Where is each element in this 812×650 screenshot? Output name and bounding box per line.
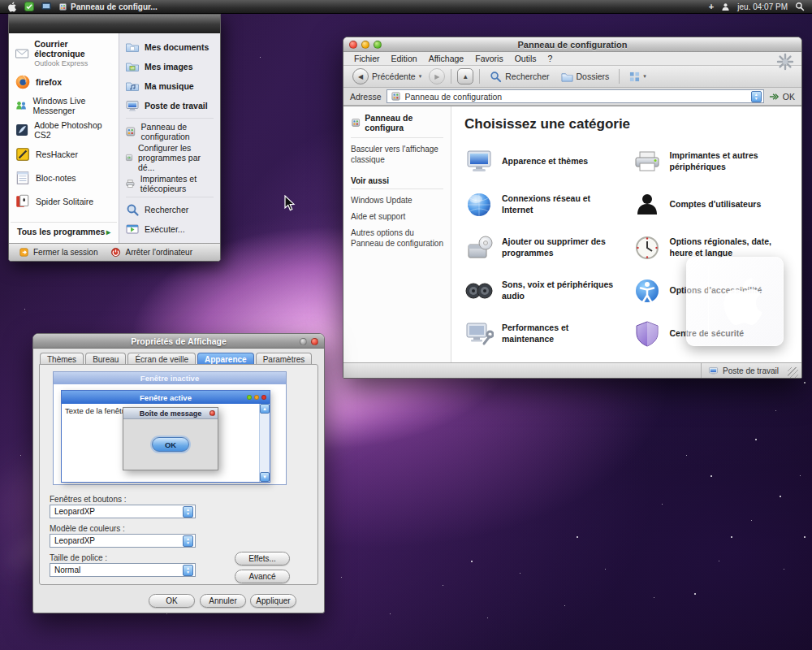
run-icon [125, 222, 140, 236]
power-icon [110, 247, 121, 258]
category-appearance-themes[interactable]: Apparence et thèmes [464, 145, 621, 178]
category-add-remove-programs[interactable]: Ajouter ou supprimer des programmes [464, 232, 621, 264]
category-label: Apparence et thèmes [502, 156, 588, 167]
start-item-reshacker[interactable]: ResHacker [11, 142, 117, 166]
windows-buttons-label: Fenêtres et boutons : [50, 495, 127, 504]
advanced-button[interactable]: Avancé [235, 570, 290, 583]
start-item-my-pictures[interactable]: Mes images [121, 57, 218, 76]
preview-active-title: Fenêtre active [140, 393, 192, 402]
address-dropdown-stepper[interactable]: ▲ ▼ [751, 91, 762, 102]
start-item-my-documents[interactable]: Mes documents [121, 37, 218, 57]
cancel-button[interactable]: Annuler [200, 594, 246, 608]
all-programs-button[interactable]: Tous les programmes ▸ [11, 222, 117, 241]
address-combo[interactable]: Panneau de configuration ▲ ▼ [387, 89, 764, 103]
effects-button[interactable]: Effets... [235, 552, 290, 566]
app-monitor-icon[interactable] [41, 2, 51, 11]
add-menu-extra[interactable]: + [709, 2, 714, 11]
log-off-button[interactable]: Fermer la session [19, 247, 97, 258]
start-item-notepad[interactable]: Bloc-notes [11, 166, 117, 189]
sidebar-header: Panneau de configura [351, 113, 443, 138]
start-item-label: ResHacker [36, 150, 78, 159]
start-item-messenger[interactable]: Windows Live Messenger [11, 93, 117, 118]
start-item-label: Mes images [145, 62, 193, 72]
apple-menu-icon[interactable] [7, 2, 17, 12]
spotlight-search-icon[interactable] [795, 2, 805, 11]
dialog-titlebar[interactable]: Propriétés de Affichage [33, 334, 324, 349]
category-printers-hardware[interactable]: Imprimantes et autres périphériques [633, 145, 789, 178]
throbber-gear-icon [775, 52, 795, 72]
views-button[interactable]: ▾ [625, 70, 650, 84]
color-scheme-label: Modèle de couleurs : [50, 524, 125, 533]
start-item-my-music[interactable]: Ma musique [121, 76, 218, 96]
firefox-icon [15, 74, 31, 90]
app-green-icon[interactable] [24, 2, 34, 11]
font-size-select[interactable]: Normal ▲▼ [50, 563, 196, 577]
menu-outils[interactable]: Outils [509, 54, 542, 63]
start-item-mail[interactable]: Courrier électronique Outlook Express [11, 37, 117, 70]
ok-button[interactable]: OK [149, 594, 195, 608]
regional-clock-icon [633, 233, 662, 262]
combo-stepper[interactable]: ▲▼ [183, 565, 193, 576]
scroll-up-icon: ▲ [260, 404, 270, 414]
other-options-link[interactable]: Autres options du Panneau de configurati… [351, 228, 443, 249]
start-item-control-panel[interactable]: Panneau de configuration [121, 121, 218, 143]
user-icon[interactable] [721, 2, 730, 11]
help-button[interactable] [300, 338, 307, 345]
category-sounds-audio[interactable]: Sons, voix et périphériques audio [464, 275, 621, 307]
status-bar: Poste de travail [343, 362, 801, 378]
start-item-spider-solitaire[interactable]: Spider Solitaire [11, 189, 117, 213]
combo-stepper[interactable]: ▲▼ [183, 535, 193, 547]
forward-button[interactable]: ▶ [429, 68, 445, 84]
minimize-button[interactable] [361, 41, 369, 49]
switch-classic-view-link[interactable]: Basculer vers l'affichage classique [351, 144, 443, 165]
menu-row: Fichier Edition Affichage Favoris Outils… [343, 52, 801, 66]
category-network-internet[interactable]: Connexions réseau et Internet [464, 188, 621, 221]
category-label: Connexions réseau et Internet [502, 193, 621, 215]
windows-buttons-select[interactable]: LeopardXP ▲▼ [50, 505, 196, 518]
zoom-button[interactable] [374, 41, 382, 49]
start-item-firefox[interactable]: firefox [11, 70, 117, 93]
menu-bar-clock[interactable]: jeu. 04:07 PM [737, 2, 788, 11]
search-button[interactable]: Rechercher [486, 69, 553, 84]
start-item-printers-faxes[interactable]: Imprimantes et télécopieurs [121, 173, 218, 195]
start-item-my-computer[interactable]: Poste de travail [121, 96, 218, 115]
combo-stepper[interactable]: ▲▼ [183, 506, 193, 518]
category-label: Sons, voix et périphériques audio [502, 280, 621, 301]
address-bar: Adresse Panneau de configuration ▲ ▼ OK [343, 88, 801, 106]
back-button[interactable]: ◀ Précédente ▾ [348, 67, 425, 86]
shut-down-button[interactable]: Arrêter l'ordinateur [110, 247, 192, 258]
windows-update-link[interactable]: Windows Update [351, 195, 443, 206]
category-label: Ajouter ou supprimer des programmes [502, 236, 621, 258]
preview-close-light [261, 395, 266, 400]
category-user-accounts[interactable]: Comptes d'utilisateurs [633, 188, 789, 221]
start-item-set-program-defaults[interactable]: Configurer les programmes par dé... [121, 143, 218, 173]
printer-icon [125, 176, 136, 191]
close-button[interactable] [311, 338, 318, 345]
menu-favoris[interactable]: Favoris [469, 54, 508, 63]
menu-fichier[interactable]: Fichier [348, 54, 386, 63]
close-button[interactable] [349, 41, 357, 49]
menu-edition[interactable]: Edition [386, 54, 423, 63]
menu-help[interactable]: ? [542, 54, 559, 63]
window-titlebar[interactable]: Panneau de configuration [343, 37, 801, 52]
see-also-header: Voir aussi [351, 176, 443, 189]
go-button[interactable]: OK [769, 92, 795, 102]
active-app-menu[interactable]: Panneau de configur... [58, 2, 158, 11]
menu-affichage[interactable]: Affichage [423, 54, 470, 63]
resize-grip[interactable] [788, 367, 798, 378]
folders-button[interactable]: Dossiers [557, 69, 614, 84]
start-item-run[interactable]: Exécuter... [121, 219, 218, 239]
category-performance-maintenance[interactable]: Performances et maintenance [464, 318, 621, 350]
control-panel-mini-icon [351, 117, 361, 128]
search-label: Rechercher [505, 72, 549, 81]
scroll-down-icon: ▼ [260, 472, 270, 482]
start-item-photoshop[interactable]: Adobe Photoshop CS2 [11, 118, 117, 142]
configure-programs-icon [125, 150, 133, 165]
views-grid-icon [629, 72, 640, 82]
arrow-right-icon: ▸ [106, 228, 110, 236]
apply-button[interactable]: Appliquer [250, 594, 296, 608]
help-support-link[interactable]: Aide et support [351, 211, 443, 222]
color-scheme-select[interactable]: LeopardXP ▲▼ [50, 534, 196, 548]
up-button[interactable]: ▲ [457, 68, 473, 84]
start-item-search[interactable]: Rechercher [121, 200, 218, 219]
